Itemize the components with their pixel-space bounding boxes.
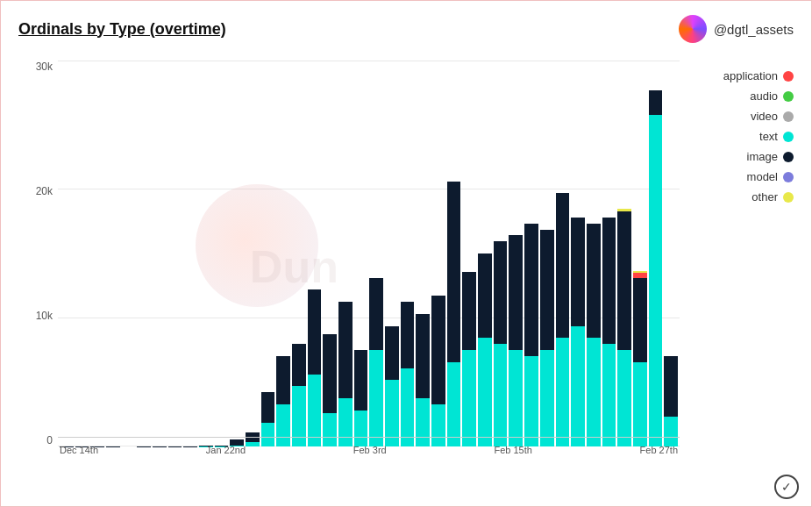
legend-item: other xyxy=(688,190,794,204)
header: Ordinals by Type (overtime) @dgtl_assets xyxy=(18,15,794,43)
bar-stack xyxy=(509,235,523,446)
user-avatar xyxy=(679,15,707,43)
bar-group xyxy=(90,61,104,446)
bar-segment-image xyxy=(649,90,663,115)
bar-stack xyxy=(385,326,399,447)
bar-stack xyxy=(308,289,322,446)
bar-stack xyxy=(369,278,383,447)
bar-group xyxy=(137,61,151,446)
checkmark-icon: ✓ xyxy=(774,475,799,499)
bar-segment-image xyxy=(323,334,337,412)
legend-label: application xyxy=(723,69,778,82)
bar-group xyxy=(649,61,663,446)
legend-dot xyxy=(783,111,794,122)
bar-group xyxy=(587,61,601,446)
bar-stack xyxy=(416,314,430,446)
user-info: @dgtl_assets xyxy=(679,15,794,43)
bar-segment-text xyxy=(462,350,476,446)
bar-segment-image xyxy=(664,356,678,417)
chart-wrapper: Dun Dec 14thJan 22ndFeb 3rdFeb 15thFeb 2… xyxy=(58,52,680,482)
legend-dot xyxy=(783,172,794,182)
bar-segment-text xyxy=(261,423,275,447)
bar-group xyxy=(215,61,229,446)
bar-stack xyxy=(571,218,585,446)
bar-segment-image xyxy=(261,392,275,422)
bar-group xyxy=(230,61,244,446)
bar-group xyxy=(478,61,492,446)
bars-container xyxy=(58,61,680,446)
bar-group xyxy=(183,61,197,446)
bar-segment-image xyxy=(587,224,601,339)
bar-segment-text xyxy=(571,326,585,447)
y-axis-label: 0 xyxy=(46,434,53,446)
bar-segment-image xyxy=(431,296,445,404)
bar-stack xyxy=(431,296,445,446)
bar-stack xyxy=(478,254,492,446)
bar-group xyxy=(246,61,260,446)
bar-segment-text xyxy=(602,344,616,446)
legend-label: text xyxy=(759,130,778,143)
bar-group xyxy=(401,61,415,446)
bar-segment-text xyxy=(556,338,570,446)
legend-dot xyxy=(783,152,794,162)
bar-segment-image xyxy=(447,182,461,362)
bar-group xyxy=(664,61,678,446)
user-handle-text: @dgtl_assets xyxy=(714,22,794,37)
bar-group xyxy=(354,61,368,446)
bar-segment-text xyxy=(540,350,554,446)
x-axis: Dec 14thJan 22ndFeb 3rdFeb 15thFeb 27th xyxy=(58,445,680,455)
bar-group xyxy=(509,61,523,446)
bar-group xyxy=(276,61,290,446)
bar-segment-text xyxy=(338,398,353,446)
bar-segment-image xyxy=(385,326,399,381)
bar-group xyxy=(323,61,337,446)
bar-segment-image xyxy=(602,218,616,344)
bar-stack xyxy=(462,272,476,446)
bar-stack xyxy=(524,224,538,446)
bar-group xyxy=(261,61,275,446)
bar-segment-image xyxy=(292,344,306,386)
bar-stack xyxy=(292,344,306,446)
x-axis-label: Jan 22nd xyxy=(206,445,246,455)
y-axis: 30k20k10k0 xyxy=(18,61,58,446)
bar-stack xyxy=(556,193,570,446)
y-axis-label: 20k xyxy=(36,185,53,197)
bar-group xyxy=(540,61,554,446)
bar-segment-image xyxy=(276,356,290,404)
main-container: Ordinals by Type (overtime) @dgtl_assets… xyxy=(0,0,812,507)
x-axis-label: Feb 15th xyxy=(494,445,531,455)
legend-item: text xyxy=(688,130,794,143)
bar-stack xyxy=(649,90,663,446)
bar-group xyxy=(153,61,167,446)
y-axis-label: 10k xyxy=(36,310,53,322)
bar-segment-image xyxy=(308,289,322,374)
bar-segment-text xyxy=(431,404,445,446)
bar-segment-text xyxy=(509,350,523,446)
bar-segment-image xyxy=(556,193,570,338)
bar-segment-text xyxy=(664,417,678,446)
bar-segment-image xyxy=(401,302,415,368)
legend-label: model xyxy=(747,170,778,183)
bar-segment-text xyxy=(276,404,290,446)
bar-stack xyxy=(447,182,461,447)
bar-group xyxy=(75,61,89,446)
bar-stack xyxy=(276,356,290,446)
bar-group xyxy=(199,61,213,446)
bar-segment-text xyxy=(649,115,663,446)
bar-group xyxy=(385,61,399,446)
bar-group xyxy=(431,61,445,446)
zero-line xyxy=(58,437,680,438)
bar-group xyxy=(571,61,585,446)
bar-segment-text xyxy=(494,344,508,446)
legend-item: video xyxy=(688,110,794,123)
bar-stack xyxy=(664,356,678,446)
bar-group xyxy=(122,61,136,446)
bar-segment-image xyxy=(571,218,585,326)
bar-group xyxy=(447,61,461,446)
chart-title: Ordinals by Type (overtime) xyxy=(18,20,226,39)
bar-segment-text xyxy=(633,362,647,446)
bar-stack xyxy=(617,209,631,446)
x-axis-label: Feb 3rd xyxy=(353,445,387,455)
legend-item: model xyxy=(688,170,794,183)
x-axis-label: Feb 27th xyxy=(640,445,678,455)
